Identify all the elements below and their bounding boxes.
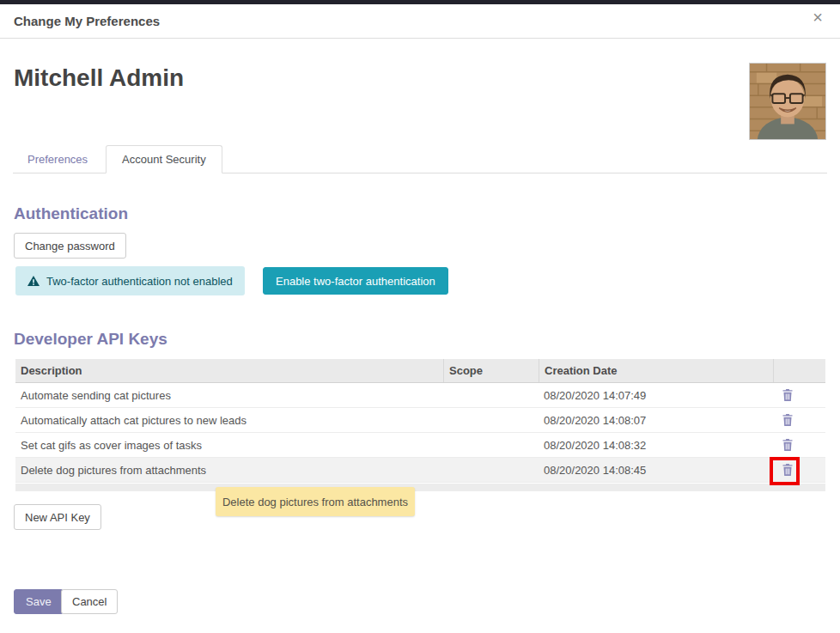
cell-actions bbox=[773, 383, 825, 407]
tab-preferences[interactable]: Preferences bbox=[13, 145, 102, 173]
cell-description: Automatically attach cat pictures to new… bbox=[15, 408, 443, 432]
table-row[interactable]: Automatically attach cat pictures to new… bbox=[15, 408, 825, 433]
cell-scope bbox=[443, 383, 539, 407]
delete-api-key-button[interactable] bbox=[780, 387, 795, 403]
cell-creation-date: 08/20/2020 14:07:49 bbox=[539, 383, 773, 407]
table-row[interactable]: Automate sending cat pictures 08/20/2020… bbox=[15, 383, 825, 408]
table-row[interactable]: Delete dog pictures from attachments 08/… bbox=[15, 458, 825, 483]
cell-creation-date: 08/20/2020 14:08:07 bbox=[539, 408, 773, 432]
twofa-status-alert: Two-factor authentication not enabled bbox=[15, 266, 245, 295]
api-keys-heading: Developer API Keys bbox=[14, 330, 167, 349]
cell-description: Delete dog pictures from attachments bbox=[15, 458, 443, 482]
user-avatar bbox=[749, 63, 826, 140]
api-keys-table: Description Scope Creation Date Automate… bbox=[15, 359, 825, 483]
trash-icon bbox=[782, 439, 793, 451]
save-button[interactable]: Save bbox=[14, 589, 64, 614]
twofa-status-text: Two-factor authentication not enabled bbox=[46, 275, 233, 288]
cell-actions bbox=[773, 433, 825, 457]
tooltip: Delete dog pictures from attachments bbox=[216, 487, 415, 516]
change-password-button[interactable]: Change password bbox=[14, 233, 126, 259]
column-header-actions bbox=[773, 359, 825, 382]
cell-actions bbox=[773, 408, 825, 432]
new-api-key-button[interactable]: New API Key bbox=[14, 504, 101, 530]
tab-bar: Preferences Account Security bbox=[13, 145, 827, 173]
modal-header: Change My Preferences bbox=[0, 4, 840, 39]
cancel-button[interactable]: Cancel bbox=[61, 589, 118, 614]
cell-scope bbox=[443, 408, 539, 432]
avatar-illustration bbox=[750, 64, 825, 139]
trash-icon bbox=[782, 389, 793, 401]
cell-scope bbox=[443, 433, 539, 457]
authentication-heading: Authentication bbox=[14, 204, 128, 223]
table-header-row: Description Scope Creation Date bbox=[15, 359, 825, 383]
delete-api-key-button[interactable] bbox=[780, 462, 795, 478]
tab-account-security[interactable]: Account Security bbox=[106, 145, 222, 173]
warning-icon bbox=[27, 276, 40, 286]
cell-description: Set cat gifs as cover images of tasks bbox=[15, 433, 443, 457]
column-header-scope[interactable]: Scope bbox=[443, 359, 539, 382]
modal-title: Change My Preferences bbox=[14, 14, 160, 28]
table-row[interactable]: Set cat gifs as cover images of tasks 08… bbox=[15, 433, 825, 458]
user-name: Mitchell Admin bbox=[14, 64, 184, 92]
close-icon[interactable]: × bbox=[806, 5, 830, 29]
column-header-description[interactable]: Description bbox=[15, 359, 443, 382]
cell-description: Automate sending cat pictures bbox=[15, 383, 443, 407]
cell-creation-date: 08/20/2020 14:08:32 bbox=[539, 433, 773, 457]
trash-icon bbox=[782, 464, 793, 476]
trash-icon bbox=[782, 414, 793, 426]
table-empty-row bbox=[15, 484, 825, 491]
enable-twofa-button[interactable]: Enable two-factor authentication bbox=[263, 267, 448, 295]
column-header-creation-date[interactable]: Creation Date bbox=[539, 359, 773, 382]
delete-api-key-button[interactable] bbox=[780, 437, 795, 453]
delete-api-key-button[interactable] bbox=[780, 412, 795, 428]
cell-actions bbox=[773, 458, 825, 482]
cell-scope bbox=[443, 458, 539, 482]
tooltip-text: Delete dog pictures from attachments bbox=[222, 496, 408, 508]
cell-creation-date: 08/20/2020 14:08:45 bbox=[539, 458, 773, 482]
